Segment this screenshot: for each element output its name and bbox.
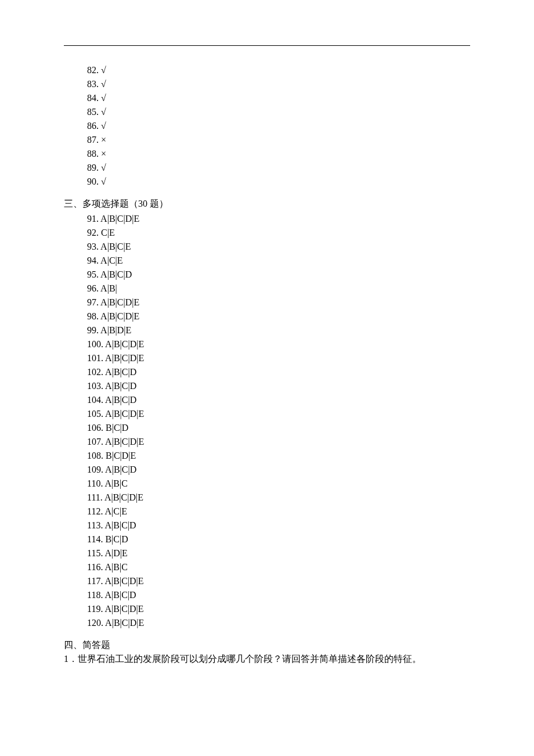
section-3-title: 三、多项选择题（30 题） bbox=[64, 197, 470, 211]
answer-line: 107. A|B|C|D|E bbox=[64, 435, 470, 449]
answer-line: 102. A|B|C|D bbox=[64, 365, 470, 379]
answer-line: 97. A|B|C|D|E bbox=[64, 296, 470, 309]
answer-line: 111. A|B|C|D|E bbox=[64, 491, 470, 505]
answer-line: 96. A|B| bbox=[64, 282, 470, 296]
answer-line: 88. × bbox=[64, 147, 470, 161]
section-4-title: 四、简答题 bbox=[64, 638, 470, 652]
answer-line: 105. A|B|C|D|E bbox=[64, 407, 470, 421]
answer-line: 99. A|B|D|E bbox=[64, 323, 470, 337]
answer-line: 110. A|B|C bbox=[64, 477, 470, 491]
answer-line: 109. A|B|C|D bbox=[64, 463, 470, 477]
page-container: 82. √83. √84. √85. √86. √87. ×88. ×89. √… bbox=[0, 0, 534, 689]
answer-line: 115. A|D|E bbox=[64, 546, 470, 560]
answer-line: 119. A|B|C|D|E bbox=[64, 602, 470, 616]
answer-line: 92. C|E bbox=[64, 226, 470, 240]
answer-line: 93. A|B|C|E bbox=[64, 240, 470, 254]
answer-line: 95. A|B|C|D bbox=[64, 268, 470, 282]
answer-line: 89. √ bbox=[64, 161, 470, 175]
answer-line: 114. B|C|D bbox=[64, 532, 470, 546]
answer-line: 113. A|B|C|D bbox=[64, 519, 470, 532]
short-answer-question-1: 1．世界石油工业的发展阶段可以划分成哪几个阶段？请回答并简单描述各阶段的特征。 bbox=[64, 652, 470, 666]
answer-line: 84. √ bbox=[64, 91, 470, 105]
answer-line: 86. √ bbox=[64, 119, 470, 133]
answer-line: 116. A|B|C bbox=[64, 560, 470, 574]
answer-line: 106. B|C|D bbox=[64, 421, 470, 435]
answer-line: 83. √ bbox=[64, 77, 470, 91]
answer-line: 112. A|C|E bbox=[64, 505, 470, 519]
answer-line: 101. A|B|C|D|E bbox=[64, 351, 470, 365]
answer-line: 117. A|B|C|D|E bbox=[64, 574, 470, 588]
answer-line: 100. A|B|C|D|E bbox=[64, 337, 470, 351]
top-horizontal-rule bbox=[64, 45, 470, 46]
answer-line: 103. A|B|C|D bbox=[64, 379, 470, 393]
answer-line: 98. A|B|C|D|E bbox=[64, 309, 470, 323]
answer-line: 82. √ bbox=[64, 63, 470, 77]
answer-line: 120. A|B|C|D|E bbox=[64, 616, 470, 630]
multiple-choice-answers-block: 91. A|B|C|D|E92. C|E93. A|B|C|E94. A|C|E… bbox=[64, 212, 470, 630]
answer-line: 108. B|C|D|E bbox=[64, 449, 470, 463]
answer-line: 91. A|B|C|D|E bbox=[64, 212, 470, 226]
answer-line: 104. A|B|C|D bbox=[64, 393, 470, 407]
answer-line: 87. × bbox=[64, 133, 470, 147]
answer-line: 85. √ bbox=[64, 105, 470, 119]
answer-line: 94. A|C|E bbox=[64, 254, 470, 268]
answer-line: 118. A|B|C|D bbox=[64, 588, 470, 602]
answer-line: 90. √ bbox=[64, 175, 470, 189]
true-false-answers-block: 82. √83. √84. √85. √86. √87. ×88. ×89. √… bbox=[64, 63, 470, 189]
